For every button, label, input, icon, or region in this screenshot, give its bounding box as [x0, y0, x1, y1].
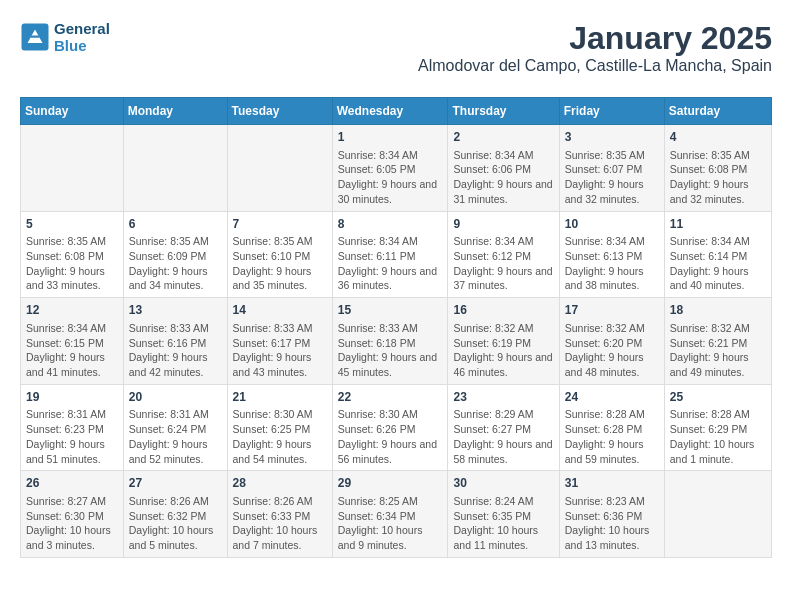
- day-info: Sunrise: 8:35 AM Sunset: 6:10 PM Dayligh…: [233, 235, 313, 291]
- calendar-week-row: 12Sunrise: 8:34 AM Sunset: 6:15 PM Dayli…: [21, 298, 772, 385]
- day-info: Sunrise: 8:34 AM Sunset: 6:14 PM Dayligh…: [670, 235, 750, 291]
- day-number: 9: [453, 216, 553, 233]
- calendar-cell: 19Sunrise: 8:31 AM Sunset: 6:23 PM Dayli…: [21, 384, 124, 471]
- day-info: Sunrise: 8:23 AM Sunset: 6:36 PM Dayligh…: [565, 495, 650, 551]
- logo-general: General: [54, 20, 110, 37]
- day-info: Sunrise: 8:32 AM Sunset: 6:19 PM Dayligh…: [453, 322, 552, 378]
- day-number: 24: [565, 389, 659, 406]
- day-header: Saturday: [664, 98, 771, 125]
- calendar-cell: 12Sunrise: 8:34 AM Sunset: 6:15 PM Dayli…: [21, 298, 124, 385]
- calendar-cell: 15Sunrise: 8:33 AM Sunset: 6:18 PM Dayli…: [332, 298, 448, 385]
- calendar-cell: 2Sunrise: 8:34 AM Sunset: 6:06 PM Daylig…: [448, 125, 559, 212]
- calendar-cell: 21Sunrise: 8:30 AM Sunset: 6:25 PM Dayli…: [227, 384, 332, 471]
- day-number: 25: [670, 389, 766, 406]
- day-info: Sunrise: 8:29 AM Sunset: 6:27 PM Dayligh…: [453, 408, 552, 464]
- calendar-cell: 11Sunrise: 8:34 AM Sunset: 6:14 PM Dayli…: [664, 211, 771, 298]
- calendar-cell: 4Sunrise: 8:35 AM Sunset: 6:08 PM Daylig…: [664, 125, 771, 212]
- day-info: Sunrise: 8:34 AM Sunset: 6:05 PM Dayligh…: [338, 149, 437, 205]
- calendar-cell: 1Sunrise: 8:34 AM Sunset: 6:05 PM Daylig…: [332, 125, 448, 212]
- logo: General Blue: [20, 20, 110, 54]
- day-info: Sunrise: 8:30 AM Sunset: 6:25 PM Dayligh…: [233, 408, 313, 464]
- calendar-cell: 26Sunrise: 8:27 AM Sunset: 6:30 PM Dayli…: [21, 471, 124, 558]
- day-header: Wednesday: [332, 98, 448, 125]
- calendar-cell: [123, 125, 227, 212]
- calendar-cell: 30Sunrise: 8:24 AM Sunset: 6:35 PM Dayli…: [448, 471, 559, 558]
- day-header: Sunday: [21, 98, 124, 125]
- calendar-cell: 9Sunrise: 8:34 AM Sunset: 6:12 PM Daylig…: [448, 211, 559, 298]
- location-title: Almodovar del Campo, Castille-La Mancha,…: [418, 57, 772, 75]
- day-info: Sunrise: 8:34 AM Sunset: 6:15 PM Dayligh…: [26, 322, 106, 378]
- calendar-cell: 20Sunrise: 8:31 AM Sunset: 6:24 PM Dayli…: [123, 384, 227, 471]
- svg-rect-2: [31, 36, 40, 38]
- day-number: 12: [26, 302, 118, 319]
- calendar-cell: 17Sunrise: 8:32 AM Sunset: 6:20 PM Dayli…: [559, 298, 664, 385]
- day-info: Sunrise: 8:34 AM Sunset: 6:13 PM Dayligh…: [565, 235, 645, 291]
- day-info: Sunrise: 8:24 AM Sunset: 6:35 PM Dayligh…: [453, 495, 538, 551]
- day-header: Tuesday: [227, 98, 332, 125]
- day-number: 16: [453, 302, 553, 319]
- day-number: 11: [670, 216, 766, 233]
- day-info: Sunrise: 8:26 AM Sunset: 6:33 PM Dayligh…: [233, 495, 318, 551]
- calendar-cell: [21, 125, 124, 212]
- day-number: 18: [670, 302, 766, 319]
- day-number: 3: [565, 129, 659, 146]
- calendar-cell: [664, 471, 771, 558]
- calendar-cell: 13Sunrise: 8:33 AM Sunset: 6:16 PM Dayli…: [123, 298, 227, 385]
- calendar-cell: 14Sunrise: 8:33 AM Sunset: 6:17 PM Dayli…: [227, 298, 332, 385]
- calendar-cell: 5Sunrise: 8:35 AM Sunset: 6:08 PM Daylig…: [21, 211, 124, 298]
- day-header: Monday: [123, 98, 227, 125]
- day-info: Sunrise: 8:35 AM Sunset: 6:09 PM Dayligh…: [129, 235, 209, 291]
- day-info: Sunrise: 8:34 AM Sunset: 6:12 PM Dayligh…: [453, 235, 552, 291]
- day-number: 20: [129, 389, 222, 406]
- calendar-cell: 16Sunrise: 8:32 AM Sunset: 6:19 PM Dayli…: [448, 298, 559, 385]
- day-number: 14: [233, 302, 327, 319]
- logo-icon: [20, 22, 50, 52]
- calendar-cell: 18Sunrise: 8:32 AM Sunset: 6:21 PM Dayli…: [664, 298, 771, 385]
- day-number: 13: [129, 302, 222, 319]
- day-number: 26: [26, 475, 118, 492]
- day-info: Sunrise: 8:31 AM Sunset: 6:24 PM Dayligh…: [129, 408, 209, 464]
- day-info: Sunrise: 8:35 AM Sunset: 6:08 PM Dayligh…: [670, 149, 750, 205]
- calendar-table: SundayMondayTuesdayWednesdayThursdayFrid…: [20, 97, 772, 558]
- day-info: Sunrise: 8:26 AM Sunset: 6:32 PM Dayligh…: [129, 495, 214, 551]
- day-info: Sunrise: 8:31 AM Sunset: 6:23 PM Dayligh…: [26, 408, 106, 464]
- calendar-cell: 25Sunrise: 8:28 AM Sunset: 6:29 PM Dayli…: [664, 384, 771, 471]
- calendar-cell: 28Sunrise: 8:26 AM Sunset: 6:33 PM Dayli…: [227, 471, 332, 558]
- calendar-cell: [227, 125, 332, 212]
- day-number: 7: [233, 216, 327, 233]
- calendar-week-row: 19Sunrise: 8:31 AM Sunset: 6:23 PM Dayli…: [21, 384, 772, 471]
- day-info: Sunrise: 8:28 AM Sunset: 6:28 PM Dayligh…: [565, 408, 645, 464]
- calendar-week-row: 26Sunrise: 8:27 AM Sunset: 6:30 PM Dayli…: [21, 471, 772, 558]
- day-number: 6: [129, 216, 222, 233]
- day-number: 10: [565, 216, 659, 233]
- day-info: Sunrise: 8:35 AM Sunset: 6:08 PM Dayligh…: [26, 235, 106, 291]
- calendar-cell: 29Sunrise: 8:25 AM Sunset: 6:34 PM Dayli…: [332, 471, 448, 558]
- calendar-week-row: 5Sunrise: 8:35 AM Sunset: 6:08 PM Daylig…: [21, 211, 772, 298]
- calendar-cell: 7Sunrise: 8:35 AM Sunset: 6:10 PM Daylig…: [227, 211, 332, 298]
- day-number: 8: [338, 216, 443, 233]
- day-info: Sunrise: 8:27 AM Sunset: 6:30 PM Dayligh…: [26, 495, 111, 551]
- day-number: 17: [565, 302, 659, 319]
- calendar-body: 1Sunrise: 8:34 AM Sunset: 6:05 PM Daylig…: [21, 125, 772, 558]
- day-number: 4: [670, 129, 766, 146]
- calendar-week-row: 1Sunrise: 8:34 AM Sunset: 6:05 PM Daylig…: [21, 125, 772, 212]
- day-info: Sunrise: 8:30 AM Sunset: 6:26 PM Dayligh…: [338, 408, 437, 464]
- logo-blue: Blue: [54, 37, 110, 54]
- day-number: 29: [338, 475, 443, 492]
- month-title: January 2025: [418, 20, 772, 57]
- day-number: 30: [453, 475, 553, 492]
- day-number: 19: [26, 389, 118, 406]
- day-info: Sunrise: 8:28 AM Sunset: 6:29 PM Dayligh…: [670, 408, 755, 464]
- calendar-cell: 3Sunrise: 8:35 AM Sunset: 6:07 PM Daylig…: [559, 125, 664, 212]
- calendar-cell: 27Sunrise: 8:26 AM Sunset: 6:32 PM Dayli…: [123, 471, 227, 558]
- calendar-cell: 23Sunrise: 8:29 AM Sunset: 6:27 PM Dayli…: [448, 384, 559, 471]
- calendar-cell: 24Sunrise: 8:28 AM Sunset: 6:28 PM Dayli…: [559, 384, 664, 471]
- day-number: 27: [129, 475, 222, 492]
- day-info: Sunrise: 8:25 AM Sunset: 6:34 PM Dayligh…: [338, 495, 423, 551]
- day-header: Thursday: [448, 98, 559, 125]
- day-number: 1: [338, 129, 443, 146]
- day-info: Sunrise: 8:34 AM Sunset: 6:11 PM Dayligh…: [338, 235, 437, 291]
- day-number: 23: [453, 389, 553, 406]
- calendar-cell: 10Sunrise: 8:34 AM Sunset: 6:13 PM Dayli…: [559, 211, 664, 298]
- day-number: 31: [565, 475, 659, 492]
